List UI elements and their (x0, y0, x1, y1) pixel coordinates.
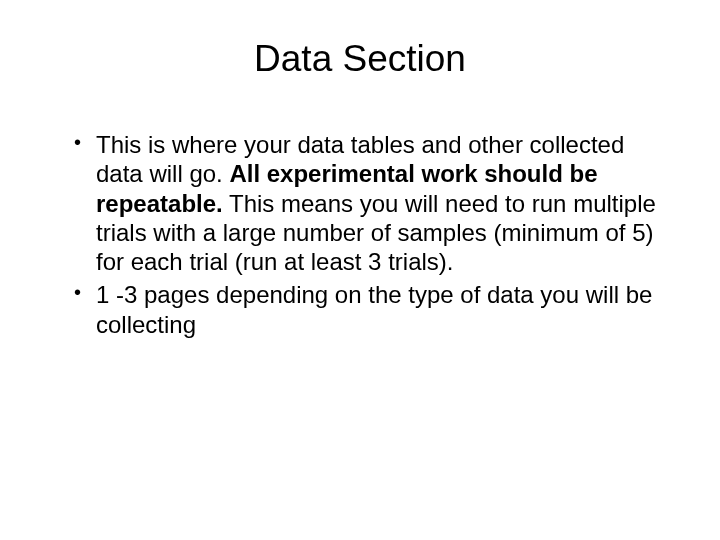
bullet-item: This is where your data tables and other… (74, 130, 660, 276)
bullet-text-pre: 1 -3 pages depending on the type of data… (96, 281, 652, 337)
slide-content: This is where your data tables and other… (50, 130, 670, 339)
slide: Data Section This is where your data tab… (0, 0, 720, 540)
bullet-item: 1 -3 pages depending on the type of data… (74, 280, 660, 339)
slide-title: Data Section (50, 38, 670, 80)
